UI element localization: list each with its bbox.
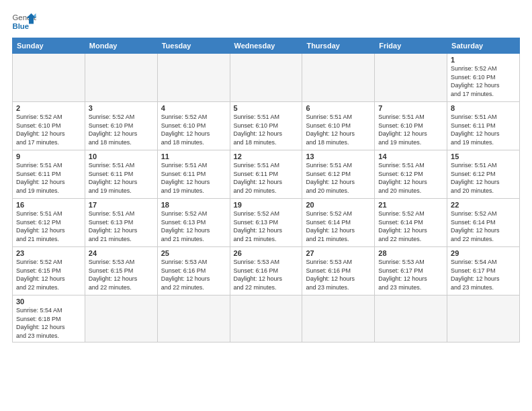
day-info: Sunrise: 5:52 AMSunset: 6:15 PMDaylight:… — [16, 258, 81, 291]
day-number: 8 — [451, 104, 516, 112]
day-number: 7 — [378, 104, 443, 112]
calendar-cell: 27Sunrise: 5:53 AMSunset: 6:16 PMDayligh… — [302, 247, 375, 295]
day-number: 10 — [89, 152, 154, 161]
calendar-cell: 5Sunrise: 5:51 AMSunset: 6:10 PMDaylight… — [230, 102, 302, 150]
calendar-cell: 26Sunrise: 5:53 AMSunset: 6:16 PMDayligh… — [230, 247, 302, 295]
weekday-header: Sunday — [13, 38, 85, 54]
day-info: Sunrise: 5:52 AMSunset: 6:10 PMDaylight:… — [89, 113, 154, 146]
day-number: 2 — [16, 104, 81, 112]
weekday-header: Monday — [85, 38, 157, 54]
weekday-header: Thursday — [302, 38, 375, 54]
calendar-cell — [85, 295, 157, 342]
day-info: Sunrise: 5:53 AMSunset: 6:16 PMDaylight:… — [234, 258, 299, 291]
calendar-cell: 8Sunrise: 5:51 AMSunset: 6:11 PMDaylight… — [447, 102, 520, 150]
calendar-week-row: 30Sunrise: 5:54 AMSunset: 6:18 PMDayligh… — [13, 295, 520, 342]
day-number: 27 — [306, 249, 371, 257]
day-info: Sunrise: 5:54 AMSunset: 6:17 PMDaylight:… — [451, 258, 516, 291]
calendar-cell: 3Sunrise: 5:52 AMSunset: 6:10 PMDaylight… — [85, 102, 157, 150]
day-number: 16 — [16, 201, 81, 209]
day-number: 24 — [89, 249, 154, 257]
day-number: 25 — [161, 249, 226, 257]
calendar-cell: 9Sunrise: 5:51 AMSunset: 6:11 PMDaylight… — [13, 150, 85, 199]
calendar-week-row: 9Sunrise: 5:51 AMSunset: 6:11 PMDaylight… — [13, 150, 520, 199]
calendar-cell: 4Sunrise: 5:52 AMSunset: 6:10 PMDaylight… — [157, 102, 230, 150]
day-number: 28 — [378, 249, 443, 257]
calendar-week-row: 23Sunrise: 5:52 AMSunset: 6:15 PMDayligh… — [13, 247, 520, 295]
calendar-header-row: SundayMondayTuesdayWednesdayThursdayFrid… — [13, 38, 520, 54]
calendar-cell: 10Sunrise: 5:51 AMSunset: 6:11 PMDayligh… — [85, 150, 157, 199]
calendar-cell: 30Sunrise: 5:54 AMSunset: 6:18 PMDayligh… — [13, 295, 85, 342]
day-info: Sunrise: 5:52 AMSunset: 6:13 PMDaylight:… — [234, 210, 299, 243]
day-number: 18 — [161, 201, 226, 209]
calendar-cell: 14Sunrise: 5:51 AMSunset: 6:12 PMDayligh… — [375, 150, 447, 199]
calendar-cell: 1Sunrise: 5:52 AMSunset: 6:10 PMDaylight… — [447, 54, 520, 102]
day-info: Sunrise: 5:53 AMSunset: 6:17 PMDaylight:… — [378, 258, 443, 291]
day-info: Sunrise: 5:52 AMSunset: 6:14 PMDaylight:… — [378, 210, 443, 243]
weekday-header: Friday — [375, 38, 447, 54]
day-info: Sunrise: 5:51 AMSunset: 6:12 PMDaylight:… — [16, 210, 81, 243]
calendar-cell — [13, 54, 85, 102]
day-info: Sunrise: 5:51 AMSunset: 6:12 PMDaylight:… — [378, 161, 443, 195]
calendar-cell: 12Sunrise: 5:51 AMSunset: 6:11 PMDayligh… — [230, 150, 302, 199]
day-number: 20 — [306, 201, 371, 209]
day-number: 5 — [234, 104, 299, 112]
day-number: 12 — [234, 152, 299, 161]
day-info: Sunrise: 5:54 AMSunset: 6:18 PMDaylight:… — [16, 306, 81, 340]
day-info: Sunrise: 5:51 AMSunset: 6:11 PMDaylight:… — [161, 161, 226, 195]
calendar-cell — [302, 295, 375, 342]
day-info: Sunrise: 5:51 AMSunset: 6:10 PMDaylight:… — [306, 113, 371, 146]
calendar-cell: 28Sunrise: 5:53 AMSunset: 6:17 PMDayligh… — [375, 247, 447, 295]
page-header: General Blue — [12, 12, 520, 31]
calendar-week-row: 2Sunrise: 5:52 AMSunset: 6:10 PMDaylight… — [13, 102, 520, 150]
day-info: Sunrise: 5:53 AMSunset: 6:16 PMDaylight:… — [161, 258, 226, 291]
day-number: 14 — [378, 152, 443, 161]
calendar-cell: 29Sunrise: 5:54 AMSunset: 6:17 PMDayligh… — [447, 247, 520, 295]
weekday-header: Wednesday — [230, 38, 302, 54]
day-info: Sunrise: 5:53 AMSunset: 6:15 PMDaylight:… — [89, 258, 154, 291]
day-info: Sunrise: 5:52 AMSunset: 6:14 PMDaylight:… — [451, 210, 516, 243]
day-number: 17 — [89, 201, 154, 209]
calendar-cell — [157, 54, 230, 102]
calendar-cell: 16Sunrise: 5:51 AMSunset: 6:12 PMDayligh… — [13, 199, 85, 247]
day-info: Sunrise: 5:51 AMSunset: 6:10 PMDaylight:… — [378, 113, 443, 146]
calendar-cell: 2Sunrise: 5:52 AMSunset: 6:10 PMDaylight… — [13, 102, 85, 150]
calendar-cell: 22Sunrise: 5:52 AMSunset: 6:14 PMDayligh… — [447, 199, 520, 247]
day-number: 19 — [234, 201, 299, 209]
svg-text:Blue: Blue — [13, 22, 30, 30]
calendar-cell: 24Sunrise: 5:53 AMSunset: 6:15 PMDayligh… — [85, 247, 157, 295]
calendar-table: SundayMondayTuesdayWednesdayThursdayFrid… — [12, 38, 520, 342]
day-number: 4 — [161, 104, 226, 112]
day-number: 21 — [378, 201, 443, 209]
day-info: Sunrise: 5:51 AMSunset: 6:12 PMDaylight:… — [451, 161, 516, 195]
day-info: Sunrise: 5:52 AMSunset: 6:13 PMDaylight:… — [161, 210, 226, 243]
calendar-cell — [375, 54, 447, 102]
day-number: 1 — [451, 56, 516, 64]
day-info: Sunrise: 5:52 AMSunset: 6:10 PMDaylight:… — [161, 113, 226, 146]
calendar-cell — [302, 54, 375, 102]
day-number: 29 — [451, 249, 516, 257]
calendar-cell: 25Sunrise: 5:53 AMSunset: 6:16 PMDayligh… — [157, 247, 230, 295]
calendar-cell — [230, 295, 302, 342]
calendar-cell: 20Sunrise: 5:52 AMSunset: 6:14 PMDayligh… — [302, 199, 375, 247]
day-info: Sunrise: 5:52 AMSunset: 6:14 PMDaylight:… — [306, 210, 371, 243]
day-info: Sunrise: 5:52 AMSunset: 6:10 PMDaylight:… — [16, 113, 81, 146]
day-info: Sunrise: 5:52 AMSunset: 6:10 PMDaylight:… — [451, 64, 516, 98]
day-info: Sunrise: 5:51 AMSunset: 6:11 PMDaylight:… — [89, 161, 154, 195]
calendar-cell: 7Sunrise: 5:51 AMSunset: 6:10 PMDaylight… — [375, 102, 447, 150]
day-number: 11 — [161, 152, 226, 161]
day-info: Sunrise: 5:51 AMSunset: 6:11 PMDaylight:… — [451, 113, 516, 146]
calendar-cell: 23Sunrise: 5:52 AMSunset: 6:15 PMDayligh… — [13, 247, 85, 295]
calendar-week-row: 16Sunrise: 5:51 AMSunset: 6:12 PMDayligh… — [13, 199, 520, 247]
calendar-week-row: 1Sunrise: 5:52 AMSunset: 6:10 PMDaylight… — [13, 54, 520, 102]
calendar-cell — [157, 295, 230, 342]
day-info: Sunrise: 5:51 AMSunset: 6:11 PMDaylight:… — [16, 161, 81, 195]
calendar-cell: 11Sunrise: 5:51 AMSunset: 6:11 PMDayligh… — [157, 150, 230, 199]
calendar-cell — [85, 54, 157, 102]
logo: General Blue — [12, 12, 36, 31]
calendar-cell: 13Sunrise: 5:51 AMSunset: 6:12 PMDayligh… — [302, 150, 375, 199]
calendar-cell — [375, 295, 447, 342]
generalblue-logo-icon: General Blue — [12, 12, 36, 31]
day-number: 23 — [16, 249, 81, 257]
day-number: 15 — [451, 152, 516, 161]
calendar-cell — [447, 295, 520, 342]
